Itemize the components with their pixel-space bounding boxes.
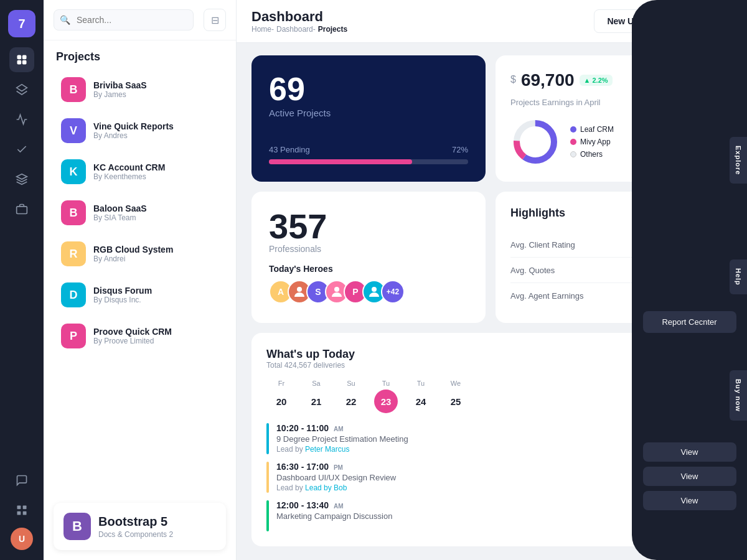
sidebar-item-tasks[interactable] bbox=[9, 137, 34, 162]
earnings-dollar: $ bbox=[510, 74, 516, 85]
active-projects-label: Active Projects bbox=[269, 108, 468, 118]
event-bar bbox=[266, 462, 269, 493]
report-center-button[interactable]: Report Cecnter bbox=[643, 311, 736, 333]
page-title: Dashboard bbox=[251, 9, 347, 25]
svg-point-13 bbox=[297, 287, 302, 292]
project-name: Disqus Forum bbox=[93, 286, 152, 296]
project-author: By Andrei bbox=[93, 254, 173, 263]
professionals-label: Professionals bbox=[269, 244, 468, 254]
event-bar bbox=[266, 423, 269, 454]
hero-avatar-more: +42 bbox=[381, 280, 405, 304]
legend-dot-others bbox=[570, 151, 576, 157]
event-bar bbox=[266, 500, 269, 531]
professionals-card: 357 Professionals Today's Heroes A S bbox=[251, 192, 486, 323]
calendar-day-20: Fr 20 bbox=[266, 380, 296, 413]
project-logo: V bbox=[61, 118, 86, 143]
bootstrap-banner[interactable]: B Bootstrap 5 Docs & Components 2 bbox=[54, 503, 226, 550]
sidebar-item-layers[interactable] bbox=[9, 77, 34, 102]
heroes-avatars: A S P +42 bbox=[269, 280, 468, 304]
sidebar-item-messages[interactable] bbox=[9, 468, 34, 493]
project-list: B Briviba SaaS By James V Vine Quick Rep… bbox=[44, 68, 236, 493]
project-author: By James bbox=[93, 90, 147, 99]
breadcrumb-home[interactable]: Home- bbox=[251, 25, 274, 34]
breadcrumb-projects[interactable]: Projects bbox=[318, 25, 347, 34]
svg-rect-3 bbox=[22, 60, 27, 65]
svg-rect-9 bbox=[23, 511, 27, 515]
bootstrap-title: Bootstrap 5 bbox=[98, 515, 173, 529]
event-lead-link[interactable]: Lead by Bob bbox=[305, 483, 347, 492]
highlight-key: Avg. Client Rating bbox=[510, 240, 575, 250]
svg-marker-4 bbox=[17, 85, 27, 91]
progress-pct: 72% bbox=[452, 145, 468, 154]
project-author: By Disqus Inc. bbox=[93, 296, 152, 304]
pending-label: 43 Pending bbox=[269, 145, 310, 154]
list-item[interactable]: P Proove Quick CRM By Proove Limited bbox=[49, 316, 231, 356]
sidebar-item-dashboard[interactable] bbox=[9, 47, 34, 72]
progress-bar-bg bbox=[269, 159, 468, 164]
view-button-3[interactable]: View bbox=[643, 491, 736, 510]
search-input[interactable] bbox=[54, 9, 194, 30]
list-item[interactable]: B Briviba SaaS By James bbox=[49, 70, 231, 110]
bootstrap-icon: B bbox=[63, 513, 91, 540]
breadcrumb: Home- Dashboard- Projects bbox=[251, 25, 347, 34]
search-icon: 🔍 bbox=[60, 15, 70, 25]
project-logo: B bbox=[61, 77, 86, 102]
project-author: By SIA Team bbox=[93, 213, 147, 222]
sidebar-item-briefcase[interactable] bbox=[9, 197, 34, 222]
project-logo: P bbox=[61, 324, 86, 348]
heroes-title: Today's Heroes bbox=[269, 264, 468, 274]
highlight-key: Avg. Agent Earnings bbox=[510, 291, 584, 301]
project-name: RGB Cloud System bbox=[93, 245, 173, 254]
project-name: KC Account CRM bbox=[93, 162, 165, 172]
calendar-day-23-today[interactable]: Tu 23 bbox=[371, 380, 401, 413]
help-tab[interactable]: Help bbox=[730, 259, 747, 294]
sidebar-item-grid2[interactable] bbox=[9, 498, 34, 523]
donut-chart bbox=[510, 117, 560, 167]
view-button-2[interactable]: View bbox=[643, 467, 736, 486]
project-name: Baloon SaaS bbox=[93, 203, 147, 213]
sidebar-avatar: 7 bbox=[8, 10, 35, 37]
event-lead-link[interactable]: Peter Marcus bbox=[305, 445, 349, 454]
breadcrumb-dashboard[interactable]: Dashboard- bbox=[276, 25, 316, 34]
project-name: Proove Quick CRM bbox=[93, 327, 172, 337]
sidebar-item-stack[interactable] bbox=[9, 167, 34, 192]
right-panel: Report Cecnter Explore Help Buy now View… bbox=[632, 0, 747, 560]
svg-rect-0 bbox=[17, 55, 22, 60]
search-bar: 🔍 ⊟ bbox=[44, 0, 236, 40]
svg-point-15 bbox=[372, 287, 377, 292]
active-projects-card: 69 Active Projects 43 Pending 72% bbox=[251, 55, 486, 182]
view-button-1[interactable]: View bbox=[643, 442, 736, 462]
docs-link[interactable]: Docs & Components 2 bbox=[98, 530, 173, 539]
list-item[interactable]: D Disqus Forum By Disqus Inc. bbox=[49, 275, 231, 315]
svg-rect-8 bbox=[17, 511, 21, 515]
projects-title: Projects bbox=[44, 40, 236, 68]
project-logo: K bbox=[61, 159, 86, 184]
sidebar: 7 U bbox=[0, 0, 44, 560]
list-item[interactable]: B Baloon SaaS By SIA Team bbox=[49, 193, 231, 233]
list-item[interactable]: K KC Account CRM By Keenthemes bbox=[49, 152, 231, 192]
project-name: Briviba SaaS bbox=[93, 80, 147, 90]
highlight-key: Avg. Quotes bbox=[510, 266, 555, 275]
project-author: By Keenthemes bbox=[93, 172, 165, 181]
list-item[interactable]: R RGB Cloud System By Andrei bbox=[49, 234, 231, 274]
buy-now-tab[interactable]: Buy now bbox=[730, 370, 747, 421]
project-name: Vine Quick Reports bbox=[93, 121, 174, 131]
legend-dot-leaf bbox=[570, 126, 576, 133]
project-author: By Andres bbox=[93, 131, 174, 140]
filter-button[interactable]: ⊟ bbox=[204, 9, 226, 31]
professionals-count: 357 bbox=[269, 209, 468, 244]
list-item[interactable]: V Vine Quick Reports By Andres bbox=[49, 111, 231, 151]
explore-tab[interactable]: Explore bbox=[730, 137, 747, 184]
project-author: By Proove Limited bbox=[93, 337, 172, 345]
earnings-badge: ▲ 2.2% bbox=[580, 75, 613, 86]
earnings-amount: 69,700 bbox=[521, 70, 575, 90]
sidebar-item-analytics[interactable] bbox=[9, 107, 34, 132]
project-logo: D bbox=[61, 282, 86, 307]
sidebar-user-avatar[interactable]: U bbox=[11, 528, 33, 550]
svg-rect-5 bbox=[17, 207, 27, 214]
svg-rect-7 bbox=[23, 506, 27, 510]
active-projects-count: 69 bbox=[269, 73, 468, 105]
heroes-section: Today's Heroes A S P bbox=[269, 264, 468, 304]
svg-rect-6 bbox=[17, 506, 21, 510]
svg-rect-2 bbox=[17, 60, 22, 65]
